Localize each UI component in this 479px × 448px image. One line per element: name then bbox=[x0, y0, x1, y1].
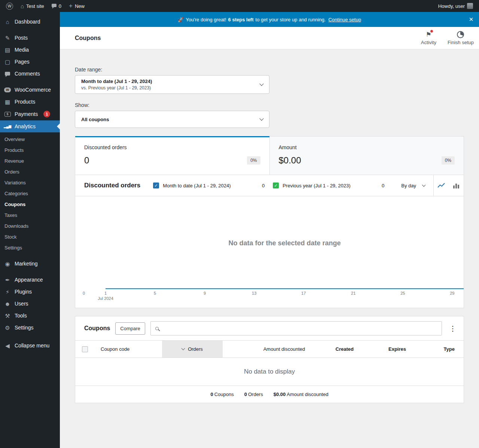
submenu-item-revenue[interactable]: Revenue bbox=[0, 156, 60, 166]
column-expires[interactable]: Expires bbox=[363, 341, 415, 358]
sidebar-item-label: Marketing bbox=[15, 261, 37, 267]
menu-separator bbox=[0, 80, 60, 84]
sidebar-item-analytics[interactable]: ▂▄▆ Analytics bbox=[0, 120, 60, 132]
column-created[interactable]: Created bbox=[314, 341, 363, 358]
new-content-menu[interactable]: + New bbox=[65, 0, 88, 12]
banner-text: to get your store up and running. bbox=[256, 17, 326, 22]
howdy-label: Howdy, user bbox=[438, 3, 465, 9]
sidebar-item-label: Payments bbox=[15, 111, 38, 117]
products-icon: ▦ bbox=[4, 99, 11, 105]
tile-amount[interactable]: Amount $0.00 0% bbox=[269, 136, 464, 175]
date-range-compare-value: vs. Previous year (Jul 1 - 29, 2023) bbox=[81, 85, 152, 90]
activity-label: Activity bbox=[421, 40, 436, 45]
sidebar-item-pages[interactable]: ▢ Pages bbox=[0, 56, 60, 68]
sidebar-item-payments[interactable]: $ Payments 1 bbox=[0, 108, 60, 120]
submenu-item-products[interactable]: Products bbox=[0, 145, 60, 156]
x-axis-month-label: Jul 2024 bbox=[98, 296, 113, 301]
compare-button[interactable]: Compare bbox=[115, 322, 145, 335]
bar-chart-toggle[interactable] bbox=[449, 175, 464, 196]
summary-value: 0 bbox=[210, 392, 213, 397]
finish-setup-button[interactable]: Finish setup bbox=[448, 31, 474, 45]
show-filter-select[interactable]: All coupons bbox=[75, 111, 269, 128]
y-axis-zero-label: 0 bbox=[83, 291, 85, 295]
sidebar-item-tools[interactable]: ⚒ Tools bbox=[0, 310, 60, 322]
bar-chart-icon bbox=[453, 182, 460, 189]
show-filter-value: All coupons bbox=[81, 117, 109, 122]
x-tick: 17 bbox=[301, 291, 306, 295]
payments-card-icon: $ bbox=[4, 112, 11, 117]
submenu-item-settings[interactable]: Settings bbox=[0, 242, 60, 253]
dashboard-icon: ⌂ bbox=[4, 19, 11, 25]
checkbox-checked-icon[interactable]: ✓ bbox=[153, 182, 159, 188]
continue-setup-link[interactable]: Continue setup bbox=[328, 17, 361, 22]
report-content: Date range: Month to date (Jul 1 - 29, 2… bbox=[60, 49, 479, 418]
sidebar-item-marketing[interactable]: ◉ Marketing bbox=[0, 258, 60, 270]
date-range-value: Month to date (Jul 1 - 29, 2024) bbox=[81, 79, 152, 84]
column-label: Orders bbox=[188, 346, 203, 352]
sidebar-item-products[interactable]: ▦ Products bbox=[0, 96, 60, 108]
sidebar-item-appearance[interactable]: ✒ Appearance bbox=[0, 274, 60, 286]
legend-item-current-period[interactable]: ✓ Month to date (Jul 1 - 29, 2024) 0 bbox=[153, 182, 265, 188]
table-header-row: Coupon code Orders Amount discounted Cre… bbox=[75, 341, 464, 358]
sidebar-item-label: Tools bbox=[15, 313, 27, 319]
sidebar-item-settings[interactable]: ⚙ Settings bbox=[0, 322, 60, 334]
select-all-checkbox[interactable] bbox=[82, 346, 88, 352]
sidebar-item-label: Collapse menu bbox=[15, 343, 49, 349]
finish-setup-label: Finish setup bbox=[448, 40, 474, 45]
settings-gear-icon: ⚙ bbox=[4, 325, 11, 331]
date-range-select[interactable]: Month to date (Jul 1 - 29, 2024) vs. Pre… bbox=[75, 75, 269, 94]
checkbox-checked-icon[interactable]: ✓ bbox=[273, 182, 279, 188]
legend-item-previous-period[interactable]: ✓ Previous year (Jul 1 - 29, 2023) 0 bbox=[273, 182, 384, 188]
close-icon: ✕ bbox=[469, 16, 474, 23]
banner-close-button[interactable]: ✕ bbox=[465, 12, 478, 27]
column-amount-discounted[interactable]: Amount discounted bbox=[223, 341, 314, 358]
submenu-item-stock[interactable]: Stock bbox=[0, 231, 60, 242]
sidebar-item-plugins[interactable]: ⚡ Plugins bbox=[0, 286, 60, 298]
table-menu-button[interactable]: ⋮ bbox=[447, 324, 458, 333]
sidebar-item-users[interactable]: ☻ Users bbox=[0, 298, 60, 310]
line-chart-toggle[interactable] bbox=[434, 175, 449, 196]
tile-discounted-orders[interactable]: Discounted orders 0 0% bbox=[75, 136, 269, 175]
column-orders-sorted[interactable]: Orders bbox=[162, 341, 223, 358]
column-type[interactable]: Type bbox=[415, 341, 464, 358]
setup-banner: 🚀 You're doing great! 6 steps left to ge… bbox=[60, 12, 479, 27]
column-coupon-code[interactable]: Coupon code bbox=[96, 341, 162, 358]
banner-steps-left: 6 steps left bbox=[228, 17, 254, 22]
admin-bar: W ⌂ Test site 0 + New Howdy, user bbox=[0, 0, 479, 12]
sidebar-item-dashboard[interactable]: ⌂ Dashboard bbox=[0, 16, 60, 28]
submenu-item-variations[interactable]: Variations bbox=[0, 177, 60, 188]
menu-separator bbox=[0, 270, 60, 274]
summary-orders: 0Orders bbox=[244, 392, 263, 397]
sidebar-item-posts[interactable]: ✎ Posts bbox=[0, 32, 60, 44]
posts-icon: ✎ bbox=[4, 35, 11, 41]
comments-shortcut[interactable]: 0 bbox=[48, 0, 65, 12]
account-menu[interactable]: Howdy, user bbox=[434, 0, 477, 12]
analytics-submenu: Overview Products Revenue Orders Variati… bbox=[0, 132, 60, 258]
search-input[interactable] bbox=[163, 326, 437, 331]
submenu-item-taxes[interactable]: Taxes bbox=[0, 210, 60, 221]
sidebar-item-comments[interactable]: Comments bbox=[0, 68, 60, 80]
site-name-menu[interactable]: ⌂ Test site bbox=[17, 0, 48, 12]
legend-count: 0 bbox=[262, 183, 265, 188]
collapse-menu-button[interactable]: ◀ Collapse menu bbox=[0, 340, 60, 352]
summary-coupons: 0Coupons bbox=[210, 392, 234, 397]
x-tick: 29 bbox=[450, 291, 454, 295]
submenu-item-coupons[interactable]: Coupons bbox=[0, 199, 60, 210]
submenu-item-downloads[interactable]: Downloads bbox=[0, 221, 60, 231]
wordpress-menu[interactable]: W bbox=[2, 0, 17, 12]
submenu-item-overview[interactable]: Overview bbox=[0, 134, 60, 145]
activity-button[interactable]: ⚑ Activity bbox=[421, 31, 436, 45]
admin-bar-right: Howdy, user bbox=[434, 0, 477, 12]
banner-text: You're doing great! bbox=[186, 17, 226, 22]
submenu-item-categories[interactable]: Categories bbox=[0, 188, 60, 199]
summary-value: $0.00 bbox=[274, 392, 286, 397]
interval-select[interactable]: By day bbox=[401, 183, 433, 188]
submenu-item-orders[interactable]: Orders bbox=[0, 166, 60, 177]
sidebar-item-media[interactable]: ▤ Media bbox=[0, 44, 60, 56]
sidebar-item-label: Posts bbox=[15, 35, 28, 41]
table-title: Coupons bbox=[84, 325, 110, 332]
sidebar-item-woocommerce[interactable]: W WooCommerce bbox=[0, 84, 60, 96]
legend-label: Month to date (Jul 1 - 29, 2024) bbox=[163, 183, 262, 188]
sidebar-item-label: Pages bbox=[15, 59, 30, 65]
x-tick: 13 bbox=[252, 291, 256, 295]
